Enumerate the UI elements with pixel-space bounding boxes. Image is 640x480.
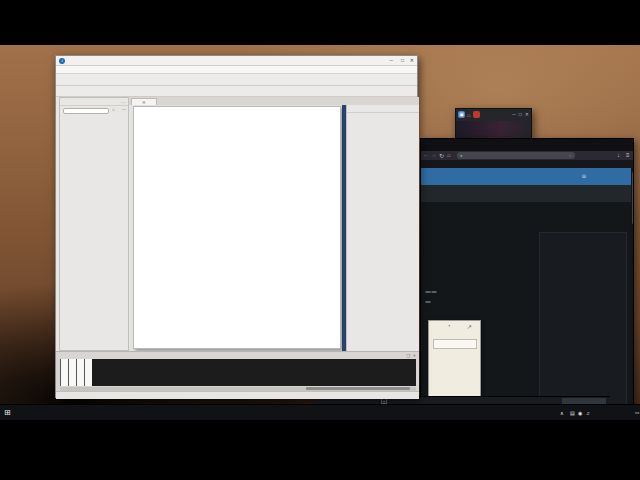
panel-close-icon[interactable]: ✕ <box>413 353 416 358</box>
tray-keyboard-icon[interactable]: ♫ <box>586 410 590 416</box>
bookmarks-bar <box>421 160 634 168</box>
share-icon: ↗ <box>467 323 472 330</box>
tray-volume-icon[interactable]: ◉ <box>578 410 582 416</box>
tray-expand-icon[interactable]: ∧ <box>560 410 564 416</box>
home-icon[interactable]: ⌂ <box>467 112 471 118</box>
letterbox-top <box>0 0 640 45</box>
page-scrollbar[interactable] <box>631 168 634 420</box>
site-nav <box>421 185 632 202</box>
embedded-screenshot: ◔ ↗ musescore <box>428 320 481 406</box>
piano-white-key[interactable] <box>60 359 68 386</box>
home-icon[interactable]: ⌂ <box>447 152 451 158</box>
inspector-title <box>347 105 419 113</box>
bookmark-star-icon[interactable]: ☆ <box>568 152 572 159</box>
minimize-icon[interactable]: ─ <box>389 57 393 63</box>
kbd-del <box>431 291 437 293</box>
piano-white-key[interactable] <box>76 359 84 386</box>
score-tab-strip: ✕ <box>129 97 419 105</box>
note-input-toolbar <box>56 86 417 97</box>
reload-icon[interactable]: ↻ <box>439 152 444 159</box>
titlebar[interactable]: ♪ ─ □ ✕ <box>56 56 417 66</box>
downloads-icon[interactable]: ↓ <box>617 152 620 158</box>
page-viewport: ⊙ ◔ ↗ musescore <box>421 168 634 420</box>
menu-bar <box>56 66 417 74</box>
url-bar[interactable]: ● ☆ <box>457 152 575 159</box>
avatar[interactable] <box>473 111 480 118</box>
panel-float-icon[interactable]: ❑ <box>406 353 410 358</box>
notifications-icon[interactable]: ▭ <box>635 410 639 415</box>
browser-tab-bar <box>421 139 634 151</box>
forward-icon[interactable]: → <box>431 152 437 158</box>
close-icon[interactable]: ✕ <box>525 111 529 117</box>
main-toolbar <box>56 74 417 86</box>
piano-keys[interactable] <box>60 359 416 386</box>
maximize-icon[interactable]: □ <box>519 111 522 117</box>
menu-icon[interactable]: ≡ <box>626 152 630 158</box>
status-bar <box>56 391 419 399</box>
site-header: ⊙ <box>421 168 632 185</box>
palette-search-input[interactable] <box>63 108 109 114</box>
app-icon[interactable]: ▣ <box>458 111 465 118</box>
undo-icon: ◔ <box>447 323 451 329</box>
mini-window-banner <box>456 121 531 139</box>
piano-scrollbar[interactable] <box>60 387 416 391</box>
musescore-window: ♪ ─ □ ✕ ✕ ⋯ <box>55 55 418 398</box>
score-view[interactable] <box>129 105 342 351</box>
inspector-panel <box>346 105 419 351</box>
score-tab[interactable]: ✕ <box>131 98 157 106</box>
close-icon[interactable]: ✕ <box>410 57 414 63</box>
musescore-logo-icon: ♪ <box>59 58 65 64</box>
shield-icon: ● <box>460 153 463 158</box>
screen: ▣ ⌂ ─ □ ✕ ← → ↻ ⌂ ● <box>0 0 640 480</box>
desktop-wallpaper: ▣ ⌂ ─ □ ✕ ← → ↻ ⌂ ● <box>0 45 640 420</box>
search-icon: ○ <box>112 107 115 112</box>
upload-button[interactable]: ⊙ <box>582 173 586 179</box>
palettes-panel: ⋯ ○ ⋯ <box>59 97 129 351</box>
piano-white-key[interactable] <box>68 359 76 386</box>
score-page[interactable] <box>133 106 341 349</box>
back-icon[interactable]: ← <box>423 152 429 158</box>
maximize-icon[interactable]: □ <box>401 57 404 63</box>
panel-menu-icon[interactable]: ⋯ <box>121 99 126 105</box>
tray-network-icon[interactable]: ▤ <box>570 410 575 416</box>
letterbox-bottom <box>0 420 640 480</box>
start-button[interactable]: ⊞ <box>4 409 11 417</box>
article-text <box>425 288 537 305</box>
taskbar: ⊞ ∧ ▤ ◉ ♫ ▭ <box>0 404 640 420</box>
piano-white-key[interactable] <box>84 359 92 386</box>
close-tab-icon[interactable]: ✕ <box>142 100 146 105</box>
minimize-icon[interactable]: ─ <box>512 111 516 117</box>
piano-keyboard-panel: ❑ ✕ <box>56 351 419 391</box>
mini-window: ▣ ⌂ ─ □ ✕ <box>455 108 532 138</box>
browser-window: ← → ↻ ⌂ ● ☆ ↓ ≡ ⊙ <box>420 138 634 420</box>
kbd-backspace <box>425 301 431 303</box>
browser-address-bar: ← → ↻ ⌂ ● ☆ ↓ ≡ <box>421 151 634 160</box>
palette-options-icon[interactable]: ⋯ <box>122 107 127 112</box>
recent-howtos-panel <box>539 232 627 420</box>
upload-icon: ⊙ <box>582 173 586 179</box>
